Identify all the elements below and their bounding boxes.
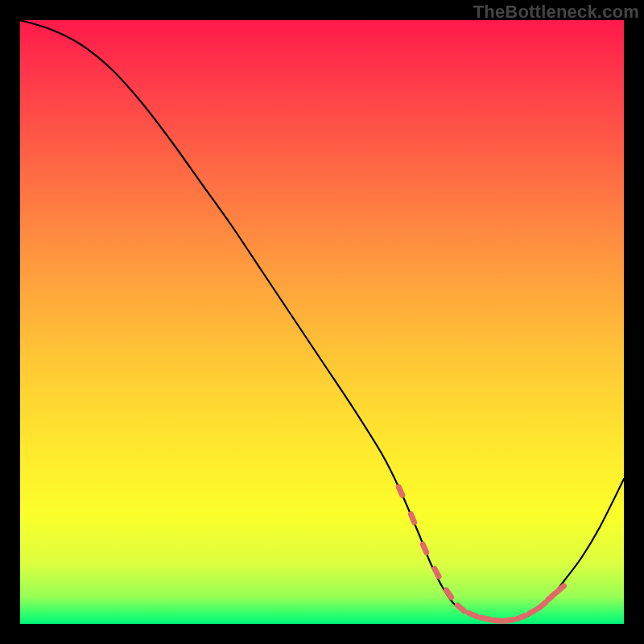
gradient-background: [20, 20, 624, 624]
highlight-dot: [469, 613, 477, 617]
highlight-dot: [398, 487, 402, 495]
chart-svg: [20, 20, 624, 624]
chart-plot-area: [20, 20, 624, 624]
highlight-dot: [517, 616, 525, 619]
highlight-dot: [481, 617, 489, 620]
highlight-dot: [493, 620, 502, 621]
highlight-dot: [411, 514, 414, 522]
chart-frame: TheBottleneck.com: [0, 0, 644, 644]
highlight-dot: [530, 609, 538, 613]
highlight-dot: [423, 544, 426, 552]
highlight-dot: [505, 620, 514, 621]
watermark-text: TheBottleneck.com: [473, 2, 639, 23]
highlight-dot: [435, 568, 439, 576]
